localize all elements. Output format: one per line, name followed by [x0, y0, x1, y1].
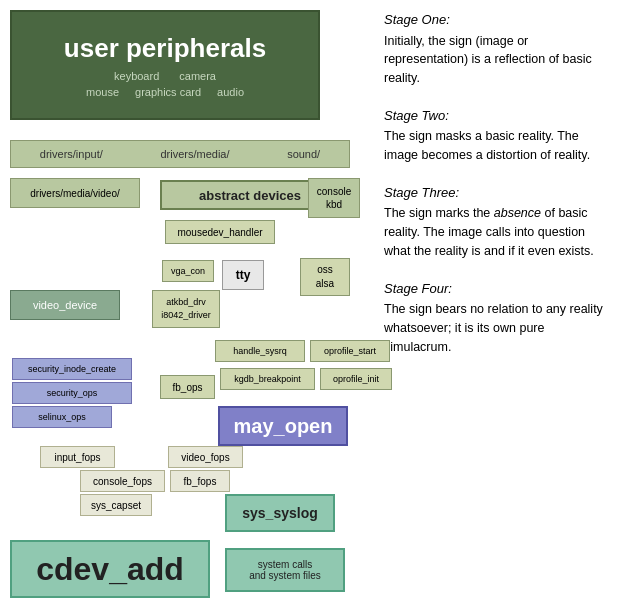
- user-peripherals-box: user peripherals keyboard camera mouse g…: [10, 10, 320, 120]
- atkbd-drv-label: atkbd_drv: [166, 296, 206, 310]
- security-ops-label: security_ops: [47, 388, 98, 398]
- security-ops-box: security_ops: [12, 382, 132, 404]
- sys-syslog-box: sys_syslog: [225, 494, 335, 532]
- oprofile-init-box: oprofile_init: [320, 368, 392, 390]
- sys-capset-box: sys_capset: [80, 494, 152, 516]
- oprofile-start-label: oprofile_start: [324, 346, 376, 356]
- left-panel: user peripherals keyboard camera mouse g…: [0, 0, 370, 611]
- video-fops-label: video_fops: [181, 452, 229, 463]
- camera-label: camera: [179, 70, 216, 82]
- sys-capset-label: sys_capset: [91, 500, 141, 511]
- stage-two-title: Stage Two:: [384, 106, 614, 126]
- stage-one-block: Stage One: Initially, the sign (image or…: [384, 10, 614, 88]
- stage-four-text: The sign bears no relation to any realit…: [384, 300, 614, 356]
- oprofile-start-box: oprofile_start: [310, 340, 390, 362]
- console-fops-label: console_fops: [93, 476, 152, 487]
- right-panel: Stage One: Initially, the sign (image or…: [370, 0, 628, 611]
- handle-sysrq-label: handle_sysrq: [233, 346, 287, 356]
- main-container: user peripherals keyboard camera mouse g…: [0, 0, 628, 611]
- stage-one-title: Stage One:: [384, 10, 614, 30]
- oss-label: oss: [317, 263, 333, 277]
- handle-sysrq-box: handle_sysrq: [215, 340, 305, 362]
- atkbd-box: atkbd_drv i8042_driver: [152, 290, 220, 328]
- console-kbd-box: consolekbd: [308, 178, 360, 218]
- selinux-ops-box: selinux_ops: [12, 406, 112, 428]
- cdev-add-box: cdev_add: [10, 540, 210, 598]
- audio-label: audio: [217, 86, 244, 98]
- graphics-card-label: graphics card: [135, 86, 201, 98]
- mouse-label: mouse: [86, 86, 119, 98]
- mousedev-handler-box: mousedev_handler: [165, 220, 275, 244]
- fb-ops-box: fb_ops: [160, 375, 215, 399]
- video-device-label: video_device: [33, 299, 97, 311]
- input-fops-box: input_fops: [40, 446, 115, 468]
- oss-alsa-box: oss alsa: [300, 258, 350, 296]
- sys-syslog-label: sys_syslog: [242, 505, 318, 521]
- console-fops-box: console_fops: [80, 470, 165, 492]
- user-peripherals-sub2: mouse graphics card audio: [86, 86, 244, 98]
- security-inode-box: security_inode_create: [12, 358, 132, 380]
- stage-one-text: Initially, the sign (image or representa…: [384, 32, 614, 88]
- may-open-label: may_open: [234, 415, 333, 438]
- cdev-add-label: cdev_add: [36, 551, 184, 588]
- security-inode-label: security_inode_create: [28, 364, 116, 374]
- stage-two-text: The sign masks a basic reality. The imag…: [384, 127, 614, 165]
- stage-three-text: The sign marks the absence of basic real…: [384, 204, 614, 260]
- kgdb-breakpoint-label: kgdb_breakpoint: [234, 374, 301, 384]
- stage-three-block: Stage Three: The sign marks the absence …: [384, 183, 614, 261]
- stage-four-block: Stage Four: The sign bears no relation t…: [384, 279, 614, 357]
- video-device-box: video_device: [10, 290, 120, 320]
- i8042-driver-label: i8042_driver: [161, 309, 211, 323]
- tty-label: tty: [236, 268, 251, 282]
- vga-con-label: vga_con: [171, 266, 205, 276]
- keyboard-label: keyboard: [114, 70, 159, 82]
- oprofile-init-label: oprofile_init: [333, 374, 379, 384]
- drivers-input-label: drivers/input/: [40, 148, 103, 160]
- stage-three-title: Stage Three:: [384, 183, 614, 203]
- fb-fops-box: fb_fops: [170, 470, 230, 492]
- alsa-label: alsa: [316, 277, 334, 291]
- fb-fops-label: fb_fops: [184, 476, 217, 487]
- user-peripherals-title: user peripherals: [64, 33, 266, 64]
- input-fops-label: input_fops: [54, 452, 100, 463]
- stage-four-title: Stage Four:: [384, 279, 614, 299]
- syscalls-label: system callsand system files: [249, 559, 321, 581]
- syscalls-box: system callsand system files: [225, 548, 345, 592]
- console-kbd-label: consolekbd: [317, 185, 351, 211]
- user-peripherals-sub1: keyboard camera: [114, 70, 216, 82]
- tty-box: tty: [222, 260, 264, 290]
- may-open-box: may_open: [218, 406, 348, 446]
- selinux-ops-label: selinux_ops: [38, 412, 86, 422]
- stage-two-block: Stage Two: The sign masks a basic realit…: [384, 106, 614, 165]
- mousedev-handler-label: mousedev_handler: [177, 227, 262, 238]
- absence-italic: absence: [494, 206, 541, 220]
- sound-label: sound/: [287, 148, 320, 160]
- abstract-devices-label: abstract devices: [199, 188, 301, 203]
- video-fops-box: video_fops: [168, 446, 243, 468]
- vga-con-box: vga_con: [162, 260, 214, 282]
- drivers-media-video-box: drivers/media/video/: [10, 178, 140, 208]
- fb-ops-label: fb_ops: [172, 382, 202, 393]
- drivers-media-video-label: drivers/media/video/: [30, 188, 119, 199]
- driver-row: drivers/input/ drivers/media/ sound/: [10, 140, 350, 168]
- drivers-media-label: drivers/media/: [160, 148, 229, 160]
- kgdb-breakpoint-box: kgdb_breakpoint: [220, 368, 315, 390]
